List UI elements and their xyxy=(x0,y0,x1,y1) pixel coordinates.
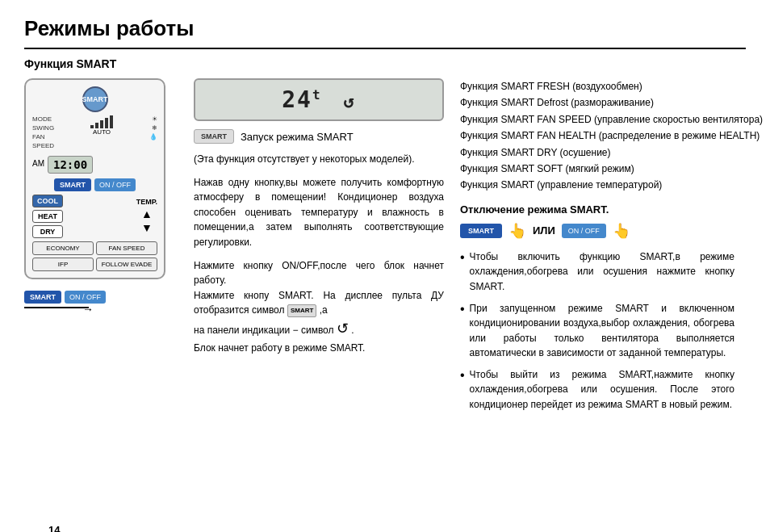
ili-text: ИЛИ xyxy=(533,224,555,237)
smart-launch-text: Запуск режима SMART xyxy=(241,131,354,143)
heat-button[interactable]: HEAT xyxy=(32,210,63,223)
right-onoff-button[interactable]: ON / OFF xyxy=(562,224,606,238)
feature-item-4: Функция SMART FAN HEALTH (распределение … xyxy=(460,128,734,144)
smart-inline-badge: SMART xyxy=(287,304,316,317)
economy-button[interactable]: ECONOMY xyxy=(32,241,94,255)
smart-launch-badge: SMART xyxy=(194,129,234,144)
remote-clock: 12:00 xyxy=(48,156,93,174)
feature-item-5: Функция SMART DRY (осушение) xyxy=(460,145,734,161)
bullet-item-3: • Чтобы выйти из режима SMART,нажмите кн… xyxy=(460,367,734,413)
remote-control: SMART MODE SWING FAN SPEED xyxy=(24,78,165,279)
temp-arrows: ▲ ▼ xyxy=(141,207,153,235)
bullet-list: • Чтобы включить функцию SMART,в режиме … xyxy=(460,249,734,413)
dry-button[interactable]: DRY xyxy=(32,225,63,238)
right-section-title: Отключение режима SMART. xyxy=(460,203,734,216)
remote-left-labels: MODE SWING FAN SPEED xyxy=(32,115,54,149)
remote-smart-button[interactable]: SMART xyxy=(54,178,91,191)
ifp-button[interactable]: IFP xyxy=(32,258,94,271)
mid-text-1: (Эта функция отсутствует у некоторых мод… xyxy=(194,152,444,167)
mid-text-2: Нажав одну кнопку,вы можете получить ком… xyxy=(194,175,444,250)
remote-mid-section: MODE SWING FAN SPEED AUTO xyxy=(32,115,157,149)
smart-or-row: SMART 👆 ИЛИ ON / OFF 👆 xyxy=(460,222,734,240)
feature-item-1: Функция SMART FRESH (воздухообмен) xyxy=(460,78,734,94)
bottom-smart-button[interactable]: SMART xyxy=(24,291,61,304)
section-title: Функция SMART xyxy=(24,57,746,70)
temperature-display: 24t ↺ xyxy=(194,78,444,121)
follow-evade-button[interactable]: FOLLOW EVADE xyxy=(96,258,157,271)
temp-label: TEMP. xyxy=(136,198,157,206)
remote-smart-badge: SMART xyxy=(82,86,108,112)
feature-item-3: Функция SMART FAN SPEED (управление скор… xyxy=(460,111,734,128)
remote-top-btn-row: SMART ON / OFF xyxy=(32,178,157,191)
right-smart-button[interactable]: SMART xyxy=(460,224,502,238)
remote-bottom-grid: ECONOMY FAN SPEED IFP FOLLOW EVADE xyxy=(32,241,157,271)
feature-item-6: Функция SMART SOFT (мягкий режим) xyxy=(460,161,734,177)
fan-speed-button[interactable]: FAN SPEED xyxy=(96,241,157,255)
feature-item-2: Функция SMART Defrost (размораживание) xyxy=(460,94,734,111)
feature-list: Функция SMART FRESH (воздухообмен) Функц… xyxy=(460,78,734,194)
hand-icon-right: 👆 xyxy=(613,222,630,240)
page-number: 14 xyxy=(48,524,60,532)
remote-right-labels: ☀ ❄ 💧 xyxy=(149,115,157,140)
right-column: Функция SMART FRESH (воздухообмен) Функц… xyxy=(460,78,734,419)
hand-icon-left: 👆 xyxy=(508,222,526,240)
cool-button[interactable]: COOL xyxy=(32,195,63,207)
bullet-item-2: • При запущенном режиме SMART и включенн… xyxy=(460,301,734,361)
middle-column: 24t ↺ SMART Запуск режима SMART (Эта фун… xyxy=(194,78,444,419)
arrow-line: → xyxy=(24,307,89,308)
left-column: SMART MODE SWING FAN SPEED xyxy=(24,78,178,419)
bottom-onoff-button[interactable]: ON / OFF xyxy=(65,291,106,304)
feature-item-7: Функция SMART (управление температурой) xyxy=(460,177,734,193)
mid-text-3: Нажмите кнопку ON/OFF,после чего блок на… xyxy=(194,258,444,356)
page-title: Режимы работы xyxy=(24,16,746,49)
bullet-item-1: • Чтобы включить функцию SMART,в режиме … xyxy=(460,249,734,295)
smart-launch-row: SMART Запуск режима SMART xyxy=(194,129,444,144)
remote-onoff-button[interactable]: ON / OFF xyxy=(94,178,136,191)
remote-fan-bars: AUTO xyxy=(90,115,113,136)
